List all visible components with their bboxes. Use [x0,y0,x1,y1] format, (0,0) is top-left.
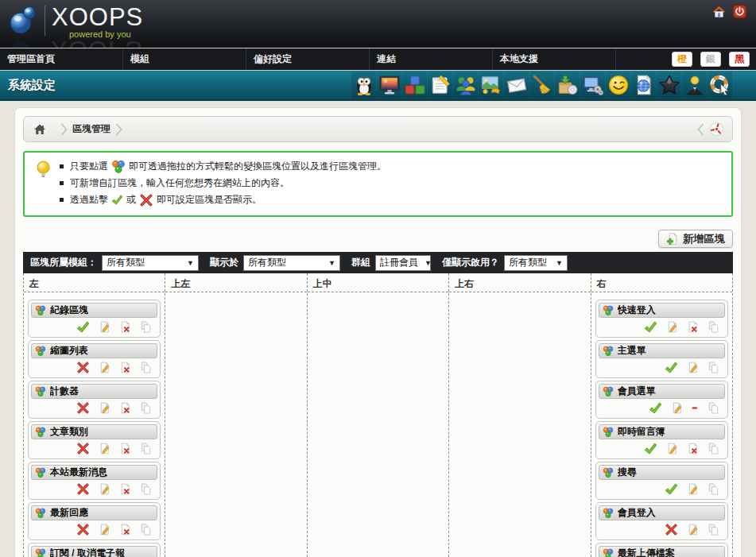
help-buoy-icon[interactable] [708,72,732,99]
image-editor-icon[interactable] [479,72,503,99]
monitor-theme-icon[interactable] [377,72,401,99]
block-header[interactable]: 會員登入 [599,505,725,520]
clone-button[interactable] [708,321,719,333]
edit-button[interactable] [671,402,683,414]
drag-handle-icon[interactable] [35,346,46,357]
clone-button[interactable] [708,524,719,536]
delete-button[interactable] [119,402,131,414]
drag-handle-icon[interactable] [603,386,614,397]
delete-button[interactable] [119,443,131,454]
block-header[interactable]: 搜尋 [599,465,725,480]
visible-toggle-button[interactable] [665,361,678,374]
clone-button[interactable] [140,362,152,373]
block-header[interactable]: 快速登入 [599,303,725,318]
visible-toggle-button[interactable] [644,442,657,455]
user-rank-icon[interactable] [682,72,707,99]
edit-button[interactable] [99,362,110,373]
drag-handle-icon[interactable] [35,548,46,557]
drag-handle-icon[interactable] [603,305,614,316]
hidden-toggle-button[interactable] [76,401,90,415]
edit-button[interactable] [99,443,110,454]
visible-toggle-button[interactable] [76,320,90,334]
block-header[interactable]: 最新回應 [31,505,157,520]
breadcrumb-item-blocks[interactable]: 區塊管理 [72,122,110,136]
visible-toggle-button[interactable] [649,401,662,415]
broom-icon[interactable] [529,72,554,99]
block-header[interactable]: 會員選單 [599,384,725,399]
add-block-button[interactable]: 新增區塊 [658,230,733,248]
clone-button[interactable] [708,402,719,414]
block-header[interactable]: 訂閱 / 取消電子報 [31,546,157,557]
nav-item-4[interactable]: 連結 [370,48,493,70]
block-header[interactable]: 最新上傳檔案 [599,546,725,557]
edit-button[interactable] [99,483,110,495]
edit-button[interactable] [687,483,699,495]
filter-select-2[interactable]: 所有類型▼ [243,255,340,271]
drag-handle-icon[interactable] [603,346,614,357]
logo[interactable]: XOOPS powered by you [6,4,143,39]
penguin-avatar-icon[interactable] [351,72,376,99]
block-header[interactable]: 主選單 [599,343,725,358]
clone-button[interactable] [140,483,152,495]
hidden-toggle-button[interactable] [76,482,90,496]
block-header[interactable]: 計數器 [31,384,157,399]
logout-button[interactable] [733,5,746,18]
clone-button[interactable] [708,443,719,454]
theme-button-1[interactable]: 橙 [672,52,692,67]
drag-handle-icon[interactable] [603,508,614,519]
star-icon[interactable] [657,72,681,99]
notepad-icon[interactable] [428,72,452,99]
block-header[interactable]: 紀錄區塊 [31,303,157,318]
drag-handle-icon[interactable] [35,508,46,519]
nav-item-3[interactable]: 偏好設定 [246,48,370,70]
clone-button[interactable] [140,402,152,414]
block-header[interactable]: 即時留言簿 [599,424,725,439]
nav-item-1[interactable]: 管理區首頁 [0,48,123,70]
visible-toggle-button[interactable] [665,482,678,496]
drag-handle-icon[interactable] [35,305,46,316]
edit-button[interactable] [687,362,699,373]
globe-page-icon[interactable] [631,72,656,99]
edit-button[interactable] [99,524,110,536]
clone-button[interactable] [140,524,152,536]
block-header[interactable]: 縮圖列表 [31,343,157,358]
block-header[interactable]: 本站最新消息 [31,465,157,480]
filter-select-4[interactable]: 所有類型▼ [504,255,568,271]
nav-item-5[interactable]: 本地支援 [493,48,616,70]
package-icon[interactable] [555,72,580,99]
block-header[interactable]: 文章類別 [31,424,157,439]
edit-button[interactable] [666,443,678,454]
clone-button[interactable] [140,443,152,454]
delete-button[interactable] [119,321,131,333]
desktop-settings-icon[interactable] [580,72,605,99]
delete-button[interactable] [687,443,699,454]
groups-icon[interactable] [453,72,478,99]
mail-icon[interactable] [504,72,529,99]
drag-handle-icon[interactable] [35,386,46,397]
edit-button[interactable] [99,321,110,333]
smiley-icon[interactable] [606,72,630,99]
breadcrumb-home-icon[interactable] [24,123,56,136]
hidden-toggle-button[interactable] [76,442,90,455]
minus-button[interactable] [692,404,699,412]
blocks-icon[interactable] [402,72,427,99]
drag-handle-icon[interactable] [603,467,614,478]
hidden-toggle-button[interactable] [76,523,90,536]
drag-handle-icon[interactable] [35,427,46,438]
hidden-toggle-button[interactable] [76,361,90,374]
clone-button[interactable] [708,483,719,495]
drag-handle-icon[interactable] [603,548,614,557]
edit-button[interactable] [99,402,110,414]
delete-button[interactable] [687,321,699,333]
theme-button-2[interactable]: 銀 [700,52,721,67]
nav-item-2[interactable]: 模組 [123,48,246,70]
drag-handle-icon[interactable] [35,467,46,478]
filter-select-1[interactable]: 所有類型▼ [102,255,199,271]
clone-button[interactable] [708,362,719,373]
edit-button[interactable] [687,524,699,536]
filter-select-3[interactable]: 註冊會員▼ [375,255,431,271]
help-pinwheel-icon[interactable] [709,122,724,137]
edit-button[interactable] [666,321,678,333]
delete-button[interactable] [119,524,131,536]
theme-button-3[interactable]: 黑 [729,52,750,67]
